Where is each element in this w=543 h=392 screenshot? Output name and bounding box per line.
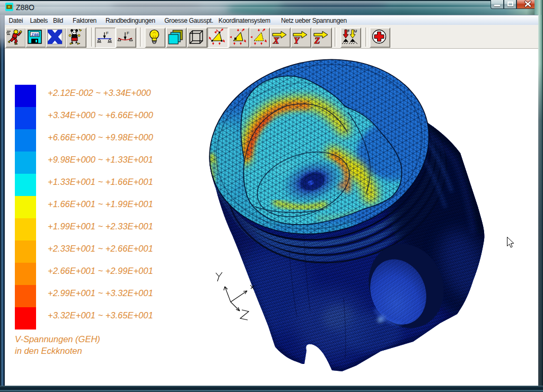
svg-text:F: F bbox=[127, 31, 129, 35]
svg-text:F: F bbox=[347, 29, 350, 33]
svg-text:U: U bbox=[354, 29, 357, 33]
svg-text:Z: Z bbox=[314, 35, 320, 46]
svg-text:Z88: Z88 bbox=[31, 32, 39, 37]
svg-text:X: X bbox=[273, 35, 279, 46]
svg-text:F: F bbox=[106, 31, 109, 35]
svg-text:Y: Y bbox=[294, 35, 300, 46]
